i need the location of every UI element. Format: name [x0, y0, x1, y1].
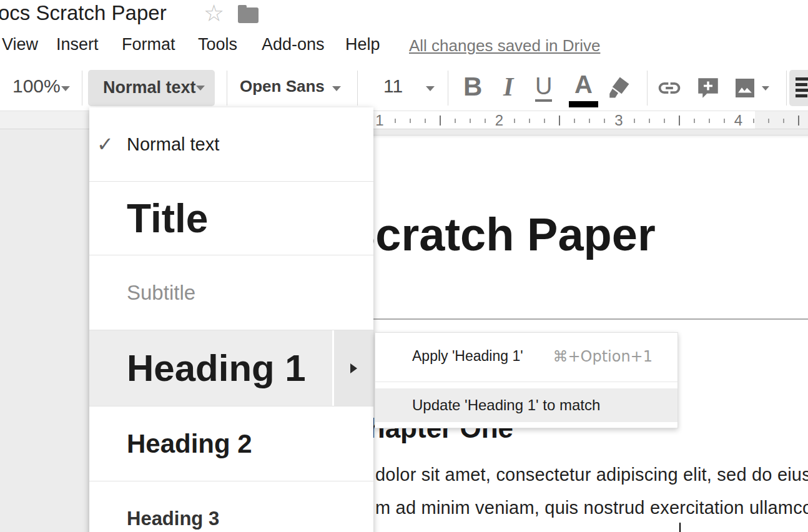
ruler-number: 3 [614, 112, 623, 129]
toolbar-separator [448, 71, 448, 106]
bold-button[interactable]: B [463, 72, 482, 102]
ruler-tick [604, 119, 605, 123]
font-size-select[interactable]: 11 [383, 76, 403, 97]
zoom-chevron-down-icon[interactable] [61, 86, 70, 91]
underline-button[interactable]: U [535, 74, 552, 102]
ruler-tick [440, 116, 441, 126]
ruler-tick [649, 119, 650, 123]
style-option-label: Title [127, 195, 208, 242]
image-chevron-down-icon[interactable] [762, 86, 769, 91]
styles-chevron-down-icon [196, 86, 205, 91]
style-option-label: Heading 2 [127, 429, 252, 459]
menu-format[interactable]: Format [122, 35, 175, 54]
ruler-tick [694, 119, 695, 123]
style-option-label: Subtitle [127, 281, 195, 305]
menu-tools[interactable]: Tools [198, 35, 237, 54]
ruler-number: 2 [495, 112, 503, 129]
ruler-tick [514, 119, 515, 123]
style-option-heading-2[interactable]: Heading 2 [89, 406, 373, 481]
ruler-tick [753, 119, 754, 123]
submenu-arrow-icon [350, 363, 357, 373]
insert-image-icon[interactable] [732, 76, 758, 103]
ruler-tick [679, 116, 680, 126]
toolbar-separator [647, 71, 648, 106]
apply-heading-1-item[interactable]: Apply 'Heading 1' ⌘+Option+1 [375, 333, 677, 382]
ruler-tick [529, 119, 530, 123]
ruler-tick [544, 119, 545, 123]
ruler-tick [574, 119, 575, 123]
body-text-line[interactable]: dolor sit amet, consectetur adipiscing e… [375, 465, 808, 485]
ruler-tick [455, 119, 456, 123]
apply-heading-1-shortcut: ⌘+Option+1 [553, 348, 653, 365]
ruler-tick [470, 119, 471, 123]
google-docs-window: ocs Scratch Paper ☆ View Insert Format T… [0, 0, 808, 532]
paint-format-icon[interactable] [604, 74, 632, 104]
header: ocs Scratch Paper ☆ View Insert Format T… [0, 0, 808, 66]
add-comment-icon[interactable] [695, 74, 721, 104]
ruler-tick [783, 119, 784, 123]
menu-bar: View Insert Format Tools Add-ons Help [0, 35, 808, 57]
text-color-swatch [569, 101, 598, 107]
styles-select[interactable]: Normal text [88, 70, 215, 106]
check-icon: ✓ [97, 132, 114, 156]
menu-insert[interactable]: Insert [56, 35, 99, 54]
folder-icon[interactable] [238, 7, 259, 23]
heading-1-submenu: Apply 'Heading 1' ⌘+Option+1 Update 'Hea… [375, 332, 678, 428]
italic-button[interactable]: I [503, 72, 513, 102]
toolbar-separator [786, 71, 787, 106]
ruler-tick [589, 119, 590, 123]
insert-link-icon[interactable] [656, 76, 683, 103]
ruler-tick [485, 119, 486, 123]
doc-heading-title[interactable]: Scratch Paper [345, 209, 656, 260]
menu-help[interactable]: Help [345, 35, 380, 54]
toolbar-separator [82, 71, 82, 106]
ruler-tick [768, 119, 769, 123]
ruler-tick [709, 119, 710, 123]
styles-select-value: Normal text [103, 78, 196, 97]
style-option-label: Heading 3 [127, 508, 219, 530]
ruler-number: 4 [734, 112, 742, 129]
menu-divider [375, 382, 677, 382]
font-select[interactable]: Open Sans [240, 77, 325, 96]
toolbar-separator [357, 71, 358, 106]
ruler-tick [634, 119, 635, 123]
menu-view[interactable]: View [2, 35, 38, 54]
menu-addons[interactable]: Add-ons [262, 35, 325, 54]
style-option-title[interactable]: Title [89, 182, 373, 255]
document-title-field[interactable]: ocs Scratch Paper [0, 1, 167, 25]
zoom-select[interactable]: 100% [12, 76, 61, 97]
ruler-tick [410, 119, 411, 123]
update-heading-1-label: Update 'Heading 1' to match [412, 397, 600, 414]
style-option-heading-3[interactable]: Heading 3 [89, 481, 373, 532]
heading-1-submenu-button[interactable] [332, 330, 373, 406]
align-left-button[interactable] [789, 70, 808, 106]
ruler-tick [395, 119, 396, 123]
ruler-tick [798, 116, 799, 126]
style-option-label: Normal text [127, 134, 219, 155]
ruler-number: 1 [375, 112, 383, 129]
text-cursor [679, 523, 681, 532]
ruler-tick [425, 119, 426, 123]
ruler-tick [724, 119, 725, 123]
style-option-subtitle[interactable]: Subtitle [89, 255, 373, 330]
style-option-heading-1[interactable]: Heading 1 [89, 330, 373, 406]
text-color-button[interactable]: A [574, 71, 593, 99]
toolbar: 100% Normal text Open Sans 11 B I U A [0, 66, 808, 111]
update-heading-1-item[interactable]: Update 'Heading 1' to match [375, 388, 677, 422]
star-icon[interactable]: ☆ [204, 0, 224, 27]
toolbar-separator [227, 71, 227, 106]
ruler-tick [559, 116, 560, 126]
font-chevron-down-icon[interactable] [332, 86, 341, 91]
styles-dropdown-menu: ✓ Normal text Title Subtitle Heading 1 H… [89, 107, 373, 532]
save-status-link[interactable]: All changes saved in Drive [409, 36, 600, 56]
ruler-tick [664, 119, 665, 123]
style-option-label: Heading 1 [127, 347, 306, 390]
apply-heading-1-label: Apply 'Heading 1' [412, 348, 523, 365]
font-size-chevron-down-icon[interactable] [426, 86, 435, 91]
body-text-line[interactable]: m ad minim veniam, quis nostrud exercita… [375, 498, 808, 518]
style-option-normal-text[interactable]: ✓ Normal text [89, 107, 373, 181]
